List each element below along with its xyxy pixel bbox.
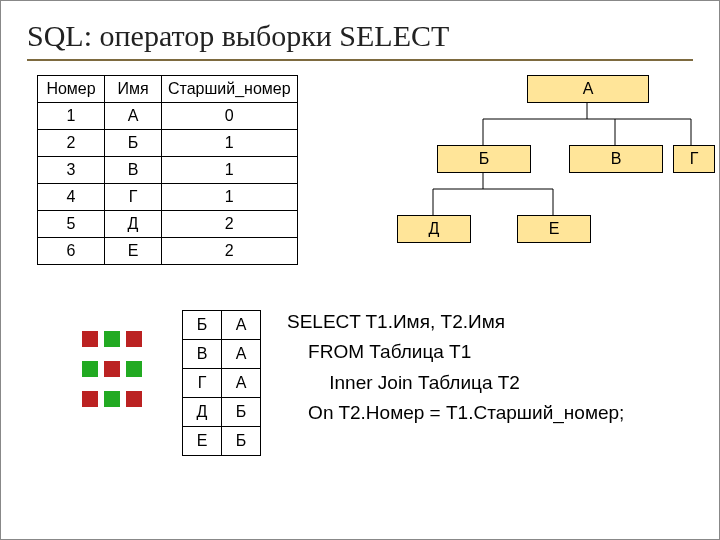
sql-line: On T2.Номер = T1.Старший_номер; [287, 402, 624, 423]
marker-square-icon [126, 391, 142, 407]
cell: 1 [162, 157, 298, 184]
col-header-senior: Старший_номер [162, 76, 298, 103]
cell: Г [105, 184, 162, 211]
cell: Б [222, 398, 261, 427]
marker-square-icon [82, 331, 98, 347]
cell: В [183, 340, 222, 369]
table-row: 5 Д 2 [38, 211, 298, 238]
cell: 1 [38, 103, 105, 130]
cell: 0 [162, 103, 298, 130]
cell: 4 [38, 184, 105, 211]
cell: 2 [162, 211, 298, 238]
table-row: Б А [183, 311, 261, 340]
marker-square-icon [126, 361, 142, 377]
table-row: Е Б [183, 427, 261, 456]
cell: 2 [38, 130, 105, 157]
cell: Е [183, 427, 222, 456]
tree-node-e: Е [517, 215, 591, 243]
cell: Д [105, 211, 162, 238]
tree-connectors-icon [387, 75, 707, 285]
sql-line: SELECT T1.Имя, T2.Имя [287, 311, 505, 332]
table-row: 2 Б 1 [38, 130, 298, 157]
cell: Д [183, 398, 222, 427]
table-row: 6 Е 2 [38, 238, 298, 265]
cell: 1 [162, 184, 298, 211]
tree-node-g: Г [673, 145, 715, 173]
cell: 6 [38, 238, 105, 265]
marker-square-icon [104, 361, 120, 377]
sql-line: Inner Join Таблица T2 [287, 372, 520, 393]
cell: А [105, 103, 162, 130]
marker-square-icon [82, 391, 98, 407]
cell: 1 [162, 130, 298, 157]
table-row: Г А [183, 369, 261, 398]
cell: А [222, 340, 261, 369]
result-table: Б А В А Г А Д Б Е Б [182, 310, 261, 456]
cell: 2 [162, 238, 298, 265]
cell: Е [105, 238, 162, 265]
page-title: SQL: оператор выборки SELECT [27, 19, 693, 61]
table-row: В А [183, 340, 261, 369]
table-header-row: Номер Имя Старший_номер [38, 76, 298, 103]
table-row: Д Б [183, 398, 261, 427]
table-row: 4 Г 1 [38, 184, 298, 211]
content-area: Номер Имя Старший_номер 1 А 0 2 Б 1 3 В … [27, 75, 693, 515]
marker-square-icon [126, 331, 142, 347]
cell: 5 [38, 211, 105, 238]
slide: SQL: оператор выборки SELECT Номер Имя С… [0, 0, 720, 540]
table-row: 1 А 0 [38, 103, 298, 130]
marker-square-icon [82, 361, 98, 377]
cell: Б [105, 130, 162, 157]
marker-square-icon [104, 391, 120, 407]
cell: Г [183, 369, 222, 398]
col-header-name: Имя [105, 76, 162, 103]
tree-node-b: Б [437, 145, 531, 173]
hierarchy-tree: А Б В Г Д Е [387, 75, 707, 285]
cell: Б [183, 311, 222, 340]
tree-node-a: А [527, 75, 649, 103]
cell: 3 [38, 157, 105, 184]
marker-square-icon [104, 331, 120, 347]
cell: Б [222, 427, 261, 456]
tree-node-d: Д [397, 215, 471, 243]
table-row: 3 В 1 [38, 157, 298, 184]
source-table: Номер Имя Старший_номер 1 А 0 2 Б 1 3 В … [37, 75, 298, 265]
col-header-nomer: Номер [38, 76, 105, 103]
tree-node-v: В [569, 145, 663, 173]
cell: В [105, 157, 162, 184]
sql-query: SELECT T1.Имя, T2.Имя FROM Таблица T1 In… [287, 307, 624, 429]
cell: А [222, 369, 261, 398]
sql-line: FROM Таблица T1 [287, 341, 471, 362]
cell: А [222, 311, 261, 340]
